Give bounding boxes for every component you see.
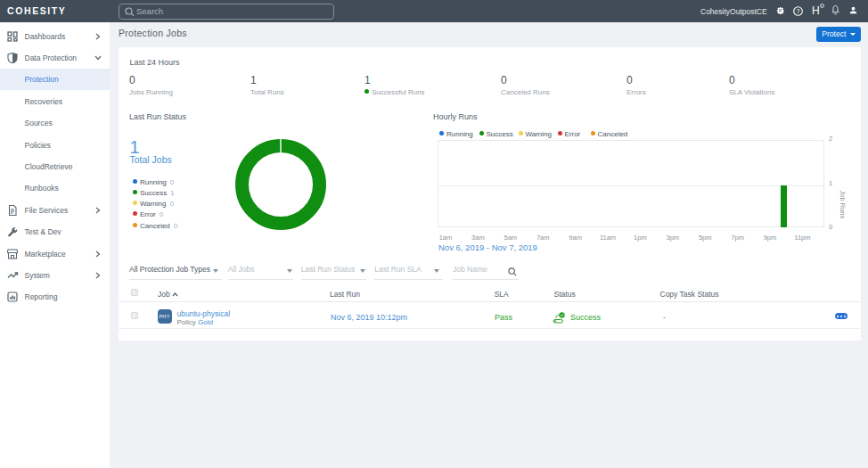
svg-text:?: ? — [797, 7, 800, 15]
